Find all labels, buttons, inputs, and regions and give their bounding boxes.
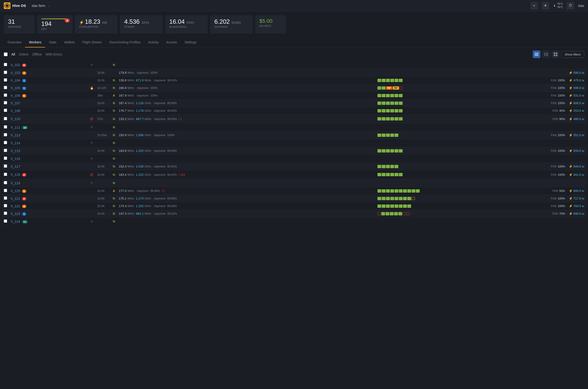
worker-name[interactable]: h_117 [11,165,20,168]
efficiency: 99.89% [167,149,177,153]
workers-table: h_102 9 ✛ N h [2,61,586,226]
worker-name[interactable]: h_114 [11,141,20,145]
row-checkbox-cell [2,210,9,218]
power-cell [567,218,586,226]
worker-name[interactable]: h_102 [11,63,20,67]
clock-button[interactable]: ⏱ [567,2,574,9]
row-checkbox[interactable] [4,109,7,112]
row-checkbox[interactable] [4,141,7,144]
row-checkbox[interactable] [4,71,7,74]
select-all-checkbox[interactable] [4,52,8,56]
status-cell: N [111,147,117,155]
worker-name[interactable]: h_103 [11,71,20,75]
row-checkbox-cell [2,218,9,226]
fan-label: FAN [551,165,556,168]
worker-name[interactable]: h_124 [11,220,20,224]
gpu-bar [377,189,381,193]
filter-offline[interactable]: Offline [32,51,42,57]
row-checkbox[interactable] [4,173,7,176]
worker-name[interactable]: h_121 [11,197,20,200]
worker-name[interactable]: h_111 [11,126,20,129]
tab-flight-sheets[interactable]: Flight Sheets [79,37,106,47]
balance-stat: $5.00 BALANCE [255,15,286,34]
worker-name[interactable]: h_104 [11,78,20,82]
row-checkbox[interactable] [4,157,7,160]
worker-name-cell: h_104 1 [9,77,88,84]
gpu-bars [377,117,544,121]
status-indicator: N [113,141,115,145]
hash-cell: 166.8MH/s claymore 100% [117,84,375,92]
power-value: 551.0 w [573,133,584,137]
row-checkbox[interactable] [4,78,7,82]
worker-name[interactable]: h_122 [11,204,20,208]
equihash-label: EQUIHASH [214,26,248,28]
worker-name[interactable]: h_113 [11,133,20,137]
farm-dropdown-icon[interactable]: ⌄ [48,4,50,7]
row-checkbox[interactable] [4,204,7,207]
gpu-bar [399,117,402,121]
hash1-unit: MH/s [127,71,134,74]
row-checkbox[interactable] [4,117,7,120]
power-cell [567,179,586,187]
fan-cell: FAN 100% [546,99,567,107]
hash2-value: 1.116 [136,101,144,105]
filter-online[interactable]: Online [19,51,29,57]
power-cell: ⚡ 253.0 w [567,107,586,115]
row-checkbox[interactable] [4,133,7,136]
tab-stats[interactable]: Stats [45,37,60,47]
worker-name[interactable]: h_120 [11,189,20,193]
row-checkbox[interactable] [4,219,7,223]
view-grid-button[interactable] [552,51,559,58]
worker-name[interactable]: h_105 [11,86,20,90]
row-checkbox[interactable] [4,196,7,200]
worker-name[interactable]: h_118 [11,173,20,176]
view-list-detail-button[interactable] [533,51,540,58]
tab-access[interactable]: Access [162,37,181,47]
worker-name-cell: h_117 [9,163,88,170]
worker-name[interactable]: h_123 [11,212,20,216]
tab-wallets[interactable]: Wallets [60,37,78,47]
farm-name[interactable]: stas farm [31,4,45,8]
filter-all[interactable]: All [11,51,15,57]
consumption-value: 18.23 [85,19,100,25]
tab-activity[interactable]: Activity [144,37,162,47]
tab-settings[interactable]: Settings [181,37,200,47]
row-checkbox[interactable] [4,164,7,168]
row-checkbox[interactable] [4,101,7,104]
worker-name[interactable]: h_119 [11,181,20,185]
tab-overclocking[interactable]: Overclocking Profiles [105,37,144,47]
add-button[interactable]: + [530,2,538,9]
gpu-bars-cell [375,123,546,131]
uptime-value: 2d 4h [97,212,105,215]
worker-icon-cell [88,163,95,170]
worker-name[interactable]: h_106 [11,94,20,97]
worker-icon-cell [88,195,95,202]
row-checkbox[interactable] [4,181,7,184]
send-button[interactable]: ✈ [542,2,549,9]
view-list-button[interactable] [542,51,550,58]
gpu-bar [386,109,390,112]
show-filters-button[interactable]: Show filters [561,51,584,58]
row-checkbox[interactable] [4,125,7,129]
row-checkbox[interactable] [4,63,7,66]
tab-workers[interactable]: Workers [25,37,45,47]
user-name[interactable]: stas [578,4,584,8]
filter-with-errors[interactable]: With Errors [46,51,62,57]
gpu-bars [377,189,544,193]
worker-icon-cell [88,107,95,115]
svg-rect-6 [544,53,546,53]
worker-name[interactable]: h_107 [11,101,20,105]
tab-overview[interactable]: Overview [4,37,25,47]
worker-name[interactable]: h_110 [11,117,20,121]
row-checkbox[interactable] [4,94,7,97]
row-checkbox[interactable] [4,149,7,152]
worker-icon-cell: ✛ [88,61,95,69]
row-checkbox[interactable] [4,189,7,192]
worker-name[interactable]: h_116 [11,157,20,161]
row-checkbox[interactable] [4,86,7,89]
worker-name[interactable]: h_108 [11,109,20,113]
row-checkbox[interactable] [4,212,7,215]
gpu-bar [390,165,394,168]
uptime-value: 2d 4h [97,109,105,112]
worker-name[interactable]: h_115 [11,149,20,153]
